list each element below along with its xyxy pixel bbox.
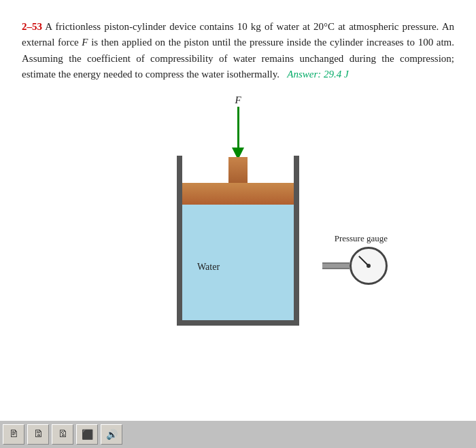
water-label: Water (197, 262, 220, 273)
piston-rod (228, 157, 248, 183)
cylinder: Water Pressure gauge (177, 156, 299, 326)
taskbar-icon-1: 🖹 (9, 429, 18, 440)
taskbar-button-2[interactable]: 🖺 (27, 424, 49, 445)
pressure-gauge-assembly (322, 247, 388, 285)
taskbar-icon-5: 🔊 (106, 429, 118, 441)
taskbar-icon-4: ⬛ (82, 429, 93, 441)
force-label: F (235, 94, 241, 106)
pressure-gauge-label: Pressure gauge (335, 233, 388, 244)
problem-number: 2–53 (22, 21, 42, 32)
problem-body: A frictionless piston-cylinder device co… (22, 21, 454, 80)
gauge-pipe (322, 262, 350, 269)
arrow-line (237, 107, 239, 148)
taskbar-button-4[interactable]: ⬛ (76, 424, 98, 445)
taskbar-icon-3: 🖻 (58, 429, 67, 440)
force-arrow (232, 107, 244, 160)
piston-body (182, 183, 294, 205)
cylinder-wall-bottom (177, 320, 299, 326)
taskbar-button-5[interactable]: 🔊 (101, 424, 122, 445)
taskbar-button-3[interactable]: 🖻 (52, 424, 73, 445)
gauge-center-dot (367, 264, 371, 268)
answer-text: Answer: 29.4 J (287, 69, 348, 80)
gauge-circle (350, 247, 388, 285)
cylinder-wall-left (177, 156, 182, 326)
diagram-area: F Water (22, 94, 454, 326)
main-content: 2–53 A frictionless piston-cylinder devi… (0, 0, 476, 326)
problem-text: 2–53 A frictionless piston-cylinder devi… (22, 19, 454, 82)
taskbar-icon-2: 🖺 (33, 429, 43, 440)
piston-cylinder-assembly: Water Pressure gauge (177, 156, 299, 326)
taskbar: 🖹 🖺 🖻 ⬛ 🔊 (0, 421, 476, 448)
cylinder-wall-right (294, 156, 299, 326)
taskbar-button-1[interactable]: 🖹 (3, 424, 24, 445)
